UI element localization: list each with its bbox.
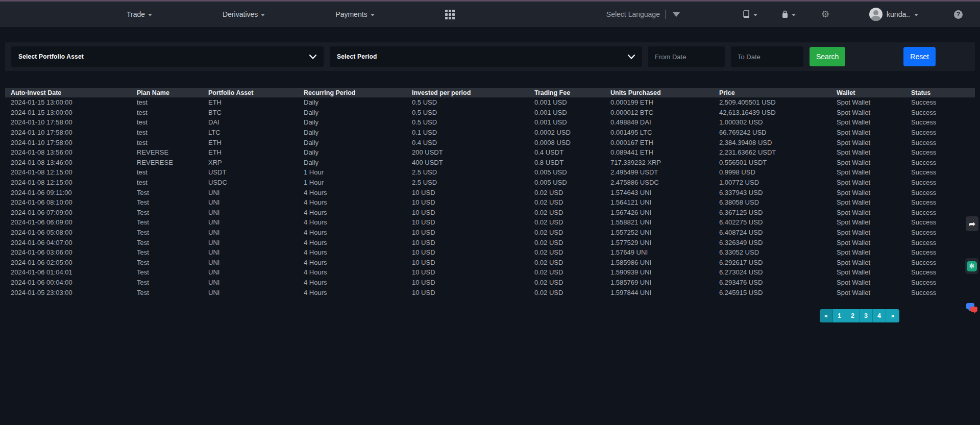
wallet-icon xyxy=(742,10,751,18)
pagination-prev-button[interactable]: « xyxy=(820,309,833,322)
share-extension-icon[interactable]: ➦ xyxy=(966,216,978,231)
orders-menu[interactable] xyxy=(781,10,796,19)
cell-plan-name: test xyxy=(137,97,208,108)
cell-price: 6.33052 USD xyxy=(719,247,837,258)
table-row[interactable]: 2024-01-06 07:09:00 Test UNI 4 Hours 10 … xyxy=(5,208,975,218)
chatgpt-extension-icon[interactable]: ✻ xyxy=(965,258,978,274)
cell-date: 2024-01-08 13:46:00 xyxy=(5,158,137,168)
cell-units-purchased: 2.475886 USDC xyxy=(610,178,719,188)
cell-status: Success xyxy=(911,117,975,128)
table-row[interactable]: 2024-01-06 08:10:00 Test UNI 4 Hours 10 … xyxy=(5,197,975,208)
to-date-input[interactable] xyxy=(731,46,803,67)
cell-units-purchased: 0.498849 DAI xyxy=(610,117,719,128)
table-body: 2024-01-15 13:00:00 test ETH Daily 0.5 U… xyxy=(5,97,975,297)
nav-menu-derivatives[interactable]: Derivatives xyxy=(223,10,265,18)
table-row[interactable]: 2024-01-15 13:00:00 test BTC Daily 0.5 U… xyxy=(5,108,975,118)
cell-date: 2024-01-15 13:00:00 xyxy=(5,97,137,108)
cell-wallet: Spot Wallet xyxy=(837,267,911,278)
user-menu[interactable]: kunda.. xyxy=(869,8,918,21)
cell-recurring-period: 4 Hours xyxy=(304,258,412,268)
cell-status: Success xyxy=(911,237,975,247)
cell-portfolio-asset: UNI xyxy=(208,197,304,208)
cell-wallet: Spot Wallet xyxy=(837,178,911,188)
pagination-page-button[interactable]: 3 xyxy=(860,309,873,322)
cell-recurring-period: 4 Hours xyxy=(304,278,412,288)
cell-trading-fee: 0.02 USD xyxy=(534,287,610,297)
table-row[interactable]: 2024-01-06 06:09:00 Test UNI 4 Hours 10 … xyxy=(5,217,975,228)
table-row[interactable]: 2024-01-05 23:03:00 Test UNI 4 Hours 10 … xyxy=(5,287,975,297)
nav-menu-trade[interactable]: Trade xyxy=(127,10,152,18)
chevron-down-icon xyxy=(148,14,152,16)
settings-gear-icon[interactable]: ⚙ xyxy=(821,10,829,19)
cell-invested: 10 USD xyxy=(412,197,534,208)
cell-plan-name: Test xyxy=(137,197,208,208)
table-row[interactable]: 2024-01-08 12:15:00 test USDC 1 Hour 2.5… xyxy=(5,178,975,188)
period-select-value: Select Period xyxy=(337,53,377,60)
cell-units-purchased: 1.557252 UNI xyxy=(610,228,719,238)
nav-menu-payments[interactable]: Payments xyxy=(335,10,374,18)
cell-status: Success xyxy=(911,147,975,158)
cell-invested: 10 USD xyxy=(412,267,534,278)
pagination: « 1234 » xyxy=(0,309,899,322)
cell-wallet: Spot Wallet xyxy=(837,128,911,138)
cell-date: 2024-01-06 09:11:00 xyxy=(5,187,137,197)
portfolio-asset-select[interactable]: Select Portfolio Asset xyxy=(11,46,324,67)
cell-portfolio-asset: BTC xyxy=(208,108,304,118)
cell-portfolio-asset: DAI xyxy=(208,117,304,128)
cell-units-purchased: 1.574643 UNI xyxy=(610,187,719,197)
chat-bubbles-extension-icon[interactable] xyxy=(965,302,978,316)
reset-button[interactable]: Reset xyxy=(903,47,936,66)
portfolio-asset-select-value: Select Portfolio Asset xyxy=(18,53,84,60)
table-row[interactable]: 2024-01-06 03:06:00 Test UNI 4 Hours 10 … xyxy=(5,247,975,258)
column-header: Auto-Invest Date xyxy=(5,88,137,97)
table-row[interactable]: 2024-01-06 01:04:01 Test UNI 4 Hours 10 … xyxy=(5,267,975,278)
cell-trading-fee: 0.001 USD xyxy=(534,117,610,128)
search-button[interactable]: Search xyxy=(810,47,845,66)
cell-plan-name: Test xyxy=(137,278,208,288)
table-row[interactable]: 2024-01-06 04:07:00 Test UNI 4 Hours 10 … xyxy=(5,237,975,247)
cell-portfolio-asset: UNI xyxy=(208,228,304,238)
table-row[interactable]: 2024-01-10 17:58:00 test ETH Daily 0.4 U… xyxy=(5,137,975,147)
cell-portfolio-asset: XRP xyxy=(208,158,304,168)
cell-trading-fee: 0.02 USD xyxy=(534,208,610,218)
from-date-input[interactable] xyxy=(648,46,725,67)
apps-grid-icon[interactable] xyxy=(445,10,455,19)
cell-recurring-period: 4 Hours xyxy=(304,247,412,258)
help-icon[interactable]: ? xyxy=(954,10,963,19)
table-row[interactable]: 2024-01-06 02:05:00 Test UNI 4 Hours 10 … xyxy=(5,258,975,268)
pagination-page-button[interactable]: 4 xyxy=(873,309,886,322)
table-row[interactable]: 2024-01-10 17:58:00 test LTC Daily 0.1 U… xyxy=(5,128,975,138)
cell-units-purchased: 0.089441 ETH xyxy=(610,147,719,158)
language-selector[interactable]: Select Language xyxy=(606,10,680,19)
cell-price: 6.292617 USD xyxy=(719,258,837,268)
table-row[interactable]: 2024-01-15 13:00:00 test ETH Daily 0.5 U… xyxy=(5,97,975,108)
cell-status: Success xyxy=(911,158,975,168)
period-select[interactable]: Select Period xyxy=(330,46,642,67)
cell-invested: 10 USD xyxy=(412,208,534,218)
cell-price: 6.402275 USD xyxy=(719,217,837,228)
pagination-next-button[interactable]: » xyxy=(886,309,899,322)
table-header-row: Auto-Invest DatePlan NamePortfolio Asset… xyxy=(5,88,975,97)
cell-date: 2024-01-06 07:09:00 xyxy=(5,208,137,218)
cell-invested: 10 USD xyxy=(412,247,534,258)
table-row[interactable]: 2024-01-10 17:58:00 test DAI Daily 0.5 U… xyxy=(5,117,975,128)
table-row[interactable]: 2024-01-08 13:56:00 REVERSE ETH Daily 20… xyxy=(5,147,975,158)
cell-portfolio-asset: UNI xyxy=(208,267,304,278)
cell-units-purchased: 1.564121 UNI xyxy=(610,197,719,208)
table-row[interactable]: 2024-01-08 13:46:00 REVERESE XRP Daily 4… xyxy=(5,158,975,168)
column-header: Recurring Period xyxy=(304,88,412,97)
wallet-menu[interactable] xyxy=(742,10,757,18)
pagination-page-button[interactable]: 1 xyxy=(833,309,846,322)
cell-recurring-period: 4 Hours xyxy=(304,197,412,208)
table-row[interactable]: 2024-01-06 09:11:00 Test UNI 4 Hours 10 … xyxy=(5,187,975,197)
cell-date: 2024-01-10 17:58:00 xyxy=(5,117,137,128)
cell-units-purchased: 0.000167 ETH xyxy=(610,137,719,147)
table-row[interactable]: 2024-01-06 00:04:00 Test UNI 4 Hours 10 … xyxy=(5,278,975,288)
auto-invest-history-table: Auto-Invest DatePlan NamePortfolio Asset… xyxy=(5,88,975,297)
cell-trading-fee: 0.001 USD xyxy=(534,97,610,108)
cell-wallet: Spot Wallet xyxy=(837,208,911,218)
table-row[interactable]: 2024-01-06 05:08:00 Test UNI 4 Hours 10 … xyxy=(5,228,975,238)
pagination-page-button[interactable]: 2 xyxy=(846,309,860,322)
cell-wallet: Spot Wallet xyxy=(837,147,911,158)
table-row[interactable]: 2024-01-08 12:15:00 test USDT 1 Hour 2.5… xyxy=(5,167,975,178)
